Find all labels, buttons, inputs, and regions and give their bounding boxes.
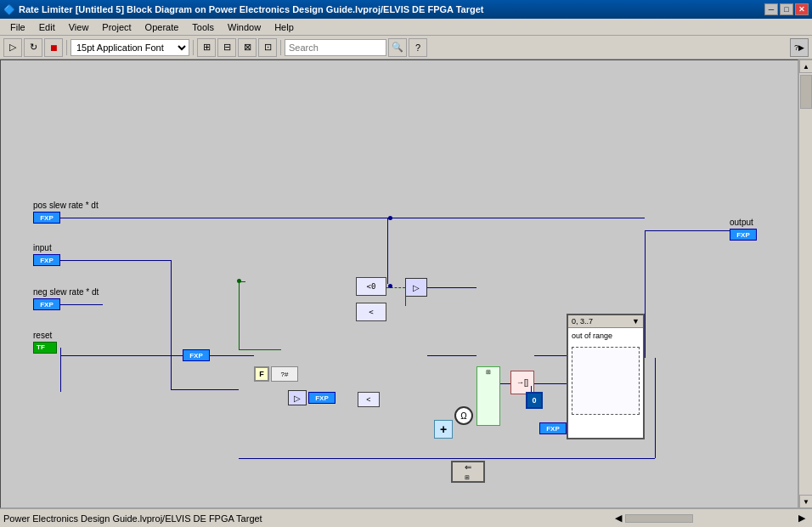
wire-bottom-feedback: [239, 458, 655, 459]
menu-operate[interactable]: Operate: [138, 20, 186, 34]
mux-block: ⊞: [476, 366, 500, 426]
toolbar-separator-3: [280, 40, 281, 55]
search-button[interactable]: 🔍: [388, 38, 407, 57]
statusbar: Power Electronics Design Guide.lvproj/EL…: [0, 508, 812, 527]
wire-reset-h: [60, 355, 183, 356]
junction-dot-green: [237, 279, 241, 283]
wire-h-to-mux-2: [427, 355, 476, 356]
input-terminal[interactable]: FXP: [33, 254, 60, 266]
toolbar: ▷ ↻ ⏹ 15pt Application Font ⊞ ⊟ ⊠ ⊡ 🔍 ? …: [0, 36, 812, 60]
wire-index-to-oor: [534, 383, 567, 384]
comparator-lower-block: <: [356, 303, 386, 321]
context-help-button[interactable]: ?▶: [790, 38, 809, 57]
statusbar-text: Power Electronics Design Guide.lvproj/EL…: [3, 513, 612, 524]
scroll-thumb-v[interactable]: [800, 75, 812, 109]
dropdown-arrow-icon: ▼: [632, 317, 640, 326]
neg-slew-terminal[interactable]: FXP: [33, 298, 60, 310]
titlebar: 🔷 Rate Limiter [Untitled 5] Block Diagra…: [0, 0, 812, 19]
scroll-down-button[interactable]: ▼: [799, 495, 812, 508]
wire-pos-slew: [60, 218, 387, 218]
fxp-right-terminal[interactable]: FXP: [539, 422, 567, 434]
titlebar-text: Rate Limiter [Untitled 5] Block Diagram …: [19, 4, 483, 14]
wire-output-h: [645, 230, 730, 231]
align-button[interactable]: ⊞: [197, 38, 216, 57]
fxp-pass-terminal[interactable]: FXP: [308, 392, 336, 404]
statusbar-arrow: ◀: [615, 513, 622, 524]
omega-block: Ω: [454, 406, 473, 425]
scroll-track-v[interactable]: [799, 73, 812, 495]
wire-reset-v: [60, 348, 61, 392]
wire-v-pos-slew: [387, 218, 388, 284]
neg-slew-label: neg slew rate * dt: [33, 287, 99, 297]
menu-project[interactable]: Project: [95, 20, 138, 34]
toolbar-separator-1: [66, 40, 67, 55]
wire-h-top: [387, 218, 645, 218]
compact-icon: ⇐⊞: [465, 462, 471, 481]
menu-view[interactable]: View: [62, 20, 96, 34]
close-button[interactable]: ✕: [795, 3, 809, 15]
search-input[interactable]: [285, 39, 386, 56]
case-content: [572, 347, 640, 415]
statusbar-arrow-right: ▶: [798, 513, 805, 524]
run-cont-button[interactable]: ↻: [24, 38, 42, 57]
horizontal-scroll-thumb[interactable]: [625, 514, 693, 523]
titlebar-controls[interactable]: ─ □ ✕: [764, 3, 809, 15]
fxp-mid-terminal[interactable]: FXP: [183, 349, 210, 361]
hash-block: ?#: [271, 366, 298, 382]
wire-neg-slew-h: [60, 304, 103, 305]
menu-window[interactable]: Window: [221, 20, 268, 34]
menubar: File Edit View Project Operate Tools Win…: [0, 19, 812, 36]
input-label: input: [33, 243, 52, 252]
reset-terminal[interactable]: TF: [33, 342, 57, 354]
output-terminal[interactable]: FXP: [730, 229, 757, 241]
distribute-button[interactable]: ⊟: [217, 38, 236, 57]
menu-edit[interactable]: Edit: [32, 20, 62, 34]
horizontal-scroll-track[interactable]: [625, 513, 795, 524]
selector-value: 0, 3..7: [572, 317, 593, 326]
abort-button[interactable]: ⏹: [44, 38, 63, 57]
pass-block-upper: ▷: [405, 278, 427, 297]
junction-dot-2: [388, 284, 392, 288]
run-button[interactable]: ▷: [3, 38, 22, 57]
minimize-button[interactable]: ─: [764, 3, 778, 15]
add-block: +: [434, 420, 453, 439]
wire-to-oor: [534, 355, 567, 356]
wire-green-h2: [239, 349, 281, 350]
wire-h-bottom-1: [171, 389, 239, 390]
wire-fxp-mid-right: [210, 355, 254, 356]
feedback-block: F: [254, 366, 269, 382]
out-of-range-text: out of range: [568, 328, 643, 343]
pass-block-lower: ▷: [288, 390, 307, 405]
wire-green-v1: [239, 281, 240, 349]
comparator-upper-block: <0: [356, 277, 386, 296]
block-diagram-canvas[interactable]: pos slew rate * dt FXP input FXP neg sle…: [0, 60, 798, 508]
main-area: pos slew rate * dt FXP input FXP neg sle…: [0, 60, 812, 508]
compact-block: ⇐⊞: [451, 461, 485, 483]
arrange-button[interactable]: ⊡: [258, 38, 277, 57]
app-icon: 🔷: [3, 4, 15, 15]
wire-output-v: [645, 230, 646, 358]
titlebar-left: 🔷 Rate Limiter [Untitled 5] Block Diagra…: [3, 4, 483, 15]
help-button[interactable]: ?: [409, 38, 427, 57]
vertical-scrollbar[interactable]: ▲ ▼: [798, 60, 812, 508]
wire-input: [60, 260, 171, 261]
font-selector[interactable]: 15pt Application Font: [70, 39, 189, 56]
out-of-range-box: 0, 3..7 ▼ out of range: [567, 314, 645, 439]
wire-mux-to-index: [500, 383, 510, 384]
maximize-button[interactable]: □: [780, 3, 793, 15]
scroll-up-button[interactable]: ▲: [799, 60, 812, 73]
menu-help[interactable]: Help: [268, 20, 301, 34]
selector-combo-inner: 0, 3..7 ▼: [568, 315, 643, 328]
output-label: output: [730, 218, 753, 227]
wire-v-feedback: [171, 260, 172, 389]
reset-label: reset: [33, 331, 52, 340]
pos-slew-terminal[interactable]: FXP: [33, 212, 60, 224]
wire-comp-to-mux: [427, 287, 476, 288]
comparator-block-2: <: [358, 392, 380, 407]
menu-file[interactable]: File: [3, 20, 32, 34]
wire-index-v: [531, 386, 532, 392]
pos-slew-label: pos slew rate * dt: [33, 201, 99, 210]
resize-button[interactable]: ⊠: [238, 38, 257, 57]
index-block: 0: [526, 392, 543, 409]
menu-tools[interactable]: Tools: [185, 20, 221, 34]
